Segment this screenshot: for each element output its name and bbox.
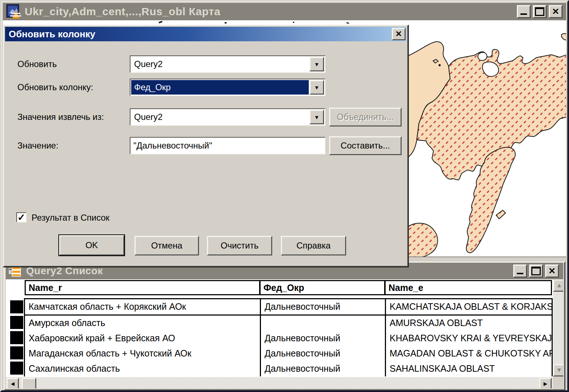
minimize-button[interactable] [517, 5, 531, 18]
update-table-dropdown-button[interactable]: ▼ [310, 57, 324, 71]
map-window-titlebar[interactable]: Ukr_city,Adm_cent,...,Rus_obl Карта ✕ [3, 3, 566, 20]
ok-button[interactable]: OK [59, 235, 124, 255]
close-icon: ✕ [548, 267, 556, 275]
update-column-label: Обновить колонку: [17, 82, 93, 92]
chevron-down-icon: ▼ [314, 114, 320, 120]
ok-button-default-ring: OK [58, 234, 125, 256]
map-window-icon [6, 4, 22, 19]
row-select-handle[interactable] [10, 331, 23, 344]
close-icon: ✕ [395, 30, 402, 38]
column-header-name-e[interactable]: Name_e [385, 280, 552, 295]
browser-content: Name_r Фед_Окр Name_e Камчатская область… [6, 279, 563, 388]
cell-name-e[interactable]: AMURSKAJA OBLAST [386, 316, 552, 331]
update-table-label: Обновить [17, 59, 57, 69]
cell-name-e[interactable]: SAHALINSKAJA OBLAST [386, 361, 552, 376]
dialog-close-button[interactable]: ✕ [392, 28, 406, 40]
map-island [439, 64, 441, 66]
map-window-controls: ✕ [517, 5, 562, 18]
scroll-left-icon: ◄ [10, 380, 16, 388]
map-island-mark [225, 22, 227, 24]
minimize-icon [520, 13, 527, 15]
horizontal-scroll-thumb[interactable] [22, 378, 36, 388]
cell-name-r[interactable]: Магаданская область + Чукотский АОк [25, 346, 260, 361]
cell-fed-okr[interactable]: Дальневосточный [261, 299, 385, 314]
row-select-handle[interactable] [10, 362, 23, 375]
scroll-up-button[interactable]: ▲ [553, 279, 563, 292]
maximize-button[interactable] [533, 5, 547, 18]
get-value-from-value: Query2 [131, 110, 309, 124]
maximize-icon [531, 267, 541, 275]
value-label: Значение: [17, 141, 58, 151]
update-table-combobox[interactable]: Query2 ▼ [130, 55, 325, 73]
clear-button[interactable]: Очистить [207, 236, 272, 255]
row-select-handle[interactable] [10, 316, 23, 329]
map-island-mark [159, 21, 163, 24]
get-value-from-label: Значения извлечь из: [17, 112, 104, 122]
close-icon: ✕ [552, 7, 559, 16]
cell-name-r[interactable]: Амурская область [25, 316, 260, 331]
cell-name-r[interactable]: Сахалинская область [25, 361, 260, 376]
application-window: Ukr_city,Adm_cent,...,Rus_obl Карта ✕ [0, 0, 569, 392]
dialog-titlebar[interactable]: Обновить колонку [5, 27, 406, 41]
horizontal-scrollbar[interactable] [6, 377, 553, 388]
maximize-icon [535, 7, 544, 16]
cell-fed-okr[interactable] [261, 316, 385, 331]
scroll-right-icon: ► [543, 380, 549, 388]
chevron-down-icon: ▼ [314, 61, 320, 67]
browser-minimize-button[interactable] [513, 264, 527, 278]
row-select-handle[interactable] [10, 346, 23, 359]
update-column-combobox[interactable]: Фед_Окр ▼ [130, 79, 325, 96]
map-island-mark [346, 22, 349, 24]
map-island-mark [293, 22, 294, 23]
dialog-title: Обновить колонку [5, 29, 95, 40]
cell-name-e[interactable]: MAGADAN OBLAST & CHUKOTSKY AR [386, 346, 552, 361]
map-window-title: Ukr_city,Adm_cent,...,Rus_obl Карта [25, 5, 220, 18]
map-lagoon [478, 53, 487, 61]
browser-window: Query2 Список ✕ Name_r Фед_Окр Name_e [4, 262, 565, 391]
close-button[interactable]: ✕ [549, 5, 562, 18]
cell-name-e[interactable]: KAMCHATSKAJA OBLAST & KORJAKSKY [386, 299, 552, 314]
cell-name-r[interactable]: Камчатская область + Корякский АОк [25, 299, 260, 314]
value-input[interactable] [130, 137, 325, 154]
scroll-left-button[interactable]: ◄ [7, 378, 19, 388]
cancel-button[interactable]: Отмена [134, 236, 199, 255]
assist-button[interactable]: Составить... [329, 136, 402, 155]
scroll-up-icon: ▲ [556, 282, 562, 289]
vertical-scrollbar[interactable] [553, 279, 563, 376]
get-value-from-combobox[interactable]: Query2 ▼ [130, 108, 325, 126]
browse-results-label: Результат в Список [32, 213, 109, 223]
update-column-dialog: Обновить колонку ✕ Обновить Query2 ▼ Обн… [3, 25, 408, 267]
scroll-down-icon: ▼ [556, 367, 562, 374]
column-header-name-r[interactable]: Name_r [25, 280, 260, 295]
browse-results-checkbox[interactable]: ✓ [16, 212, 26, 222]
table-grid: Камчатская область + Корякский АОк Дальн… [24, 298, 553, 376]
scrollbar-corner [553, 376, 563, 388]
get-value-from-dropdown-button[interactable]: ▼ [310, 110, 324, 124]
browser-window-controls: ✕ [513, 264, 559, 278]
minimize-icon [517, 273, 523, 274]
map-svg [408, 20, 566, 262]
join-button[interactable]: Объединить... [329, 108, 402, 126]
check-icon: ✓ [17, 213, 25, 222]
cell-name-e[interactable]: KHABAROVSKY KRAI & YEVREYSKAJA A [386, 331, 552, 346]
update-table-value: Query2 [131, 57, 309, 71]
update-column-dropdown-button[interactable]: ▼ [310, 80, 324, 95]
cell-name-r[interactable]: Хабаровский край + Еврейская АО [25, 331, 260, 346]
cell-fed-okr[interactable]: Дальневосточный [261, 346, 385, 361]
update-column-value: Фед_Окр [131, 80, 309, 95]
cell-fed-okr[interactable]: Дальневосточный [261, 361, 385, 376]
chevron-down-icon: ▼ [314, 84, 320, 91]
scroll-right-button[interactable]: ► [539, 378, 552, 388]
column-header-fed-okr[interactable]: Фед_Окр [259, 280, 385, 295]
scroll-down-button[interactable]: ▼ [553, 364, 563, 376]
browser-maximize-button[interactable] [529, 264, 543, 278]
help-button[interactable]: Справка [281, 236, 346, 255]
row-select-handle[interactable] [10, 300, 23, 313]
browser-close-button[interactable]: ✕ [545, 264, 559, 278]
cell-fed-okr[interactable]: Дальневосточный [261, 331, 385, 346]
